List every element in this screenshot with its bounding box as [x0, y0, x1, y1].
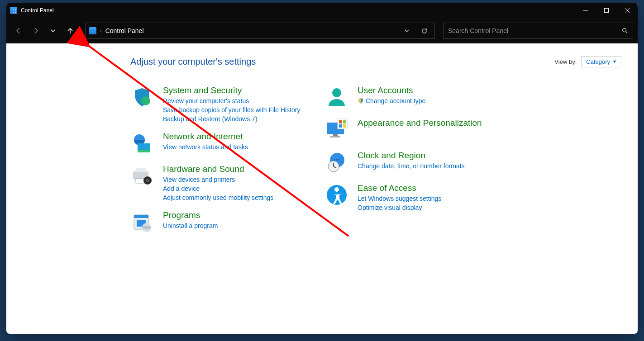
globe-monitor-icon [130, 132, 154, 155]
forward-button[interactable] [28, 23, 43, 38]
category-network-internet: Network and Internet View network status… [130, 132, 320, 155]
window-title: Control Panel [21, 7, 54, 14]
address-history-button[interactable] [400, 28, 414, 33]
task-link[interactable]: View network status and tasks [163, 143, 248, 151]
svg-point-29 [334, 187, 339, 192]
task-link[interactable]: Adjust commonly used mobility settings [163, 194, 273, 201]
category-clock-region: L Clock and Region Change date, time, or… [325, 151, 515, 174]
category-programs: Programs Uninstall a program [130, 210, 320, 234]
category-user-accounts: User Accounts Change account type [325, 85, 515, 109]
monitor-tiles-icon [325, 118, 348, 142]
category-link[interactable]: Appearance and Personalization [358, 118, 482, 128]
globe-clock-icon: L [325, 151, 348, 174]
task-link[interactable]: Review your computer's status [163, 97, 300, 104]
search-box[interactable] [443, 23, 633, 39]
control-panel-icon [10, 7, 17, 14]
category-link[interactable]: Ease of Access [358, 183, 416, 193]
chevron-down-icon [613, 61, 616, 63]
category-appearance-personalization: Appearance and Personalization [325, 118, 515, 142]
maximize-button[interactable] [596, 3, 617, 18]
address-bar[interactable]: › Control Panel [85, 23, 435, 39]
view-by-label: View by: [554, 58, 577, 65]
task-link[interactable]: View devices and printers [163, 176, 273, 183]
category-hardware-sound: Hardware and Sound View devices and prin… [130, 164, 320, 201]
category-link[interactable]: User Accounts [358, 85, 413, 95]
task-link[interactable]: Uninstall a program [163, 222, 218, 229]
close-button[interactable] [617, 3, 638, 18]
task-link[interactable]: Change account type [358, 97, 425, 104]
category-link[interactable]: Network and Internet [163, 132, 243, 141]
category-ease-of-access: Ease of Access Let Windows suggest setti… [325, 183, 515, 211]
category-link[interactable]: Programs [163, 210, 200, 220]
breadcrumb[interactable]: Control Panel [105, 27, 144, 34]
svg-point-15 [142, 226, 151, 229]
category-link[interactable]: Clock and Region [358, 151, 425, 160]
breadcrumb-separator-icon: › [100, 28, 102, 33]
control-panel-window: Control Panel › Control Panel [6, 3, 638, 334]
up-button[interactable] [62, 23, 78, 38]
refresh-button[interactable] [417, 28, 431, 34]
svg-rect-22 [343, 120, 346, 123]
svg-rect-24 [343, 124, 346, 128]
search-icon [622, 28, 628, 34]
category-link[interactable]: System and Security [163, 85, 242, 95]
svg-rect-5 [138, 150, 150, 152]
minimize-button[interactable] [575, 3, 596, 18]
view-by-dropdown[interactable]: Category [581, 56, 621, 67]
view-by-control: View by: Category [554, 56, 621, 67]
svg-point-2 [141, 96, 150, 105]
printer-camera-icon [130, 164, 154, 188]
task-link[interactable]: Add a device [163, 185, 273, 192]
svg-rect-0 [605, 9, 609, 13]
search-input[interactable] [448, 27, 622, 34]
svg-rect-23 [339, 124, 342, 128]
recent-locations-button[interactable] [45, 23, 61, 38]
programs-icon [130, 210, 154, 234]
task-link[interactable]: Optimize visual display [358, 204, 441, 211]
svg-rect-18 [333, 134, 338, 136]
category-grid: System and Security Review your computer… [130, 85, 621, 234]
category-link[interactable]: Hardware and Sound [163, 164, 244, 174]
accessibility-icon [325, 183, 348, 207]
back-button[interactable] [11, 23, 26, 38]
svg-point-16 [332, 88, 341, 97]
svg-point-10 [146, 179, 149, 182]
navigation-toolbar: › Control Panel [6, 18, 638, 43]
task-link[interactable]: Change date, time, or number formats [358, 162, 465, 170]
uac-shield-icon [358, 98, 364, 104]
task-link[interactable]: Save backup copies of your files with Fi… [163, 106, 300, 114]
svg-rect-19 [330, 136, 340, 137]
svg-point-1 [623, 28, 626, 32]
address-icon [89, 27, 96, 34]
task-link[interactable]: Let Windows suggest settings [358, 195, 441, 202]
svg-rect-12 [134, 215, 148, 218]
page-title: Adjust your computer's settings [130, 57, 256, 67]
content-area: Adjust your computer's settings View by:… [6, 43, 638, 334]
shield-icon [130, 85, 154, 109]
user-icon [325, 85, 348, 109]
task-link[interactable]: Backup and Restore (Windows 7) [163, 115, 300, 123]
category-system-security: System and Security Review your computer… [130, 85, 320, 123]
svg-rect-21 [339, 120, 342, 123]
view-by-value: Category [586, 58, 610, 65]
svg-rect-7 [136, 168, 146, 172]
titlebar: Control Panel [6, 3, 638, 18]
